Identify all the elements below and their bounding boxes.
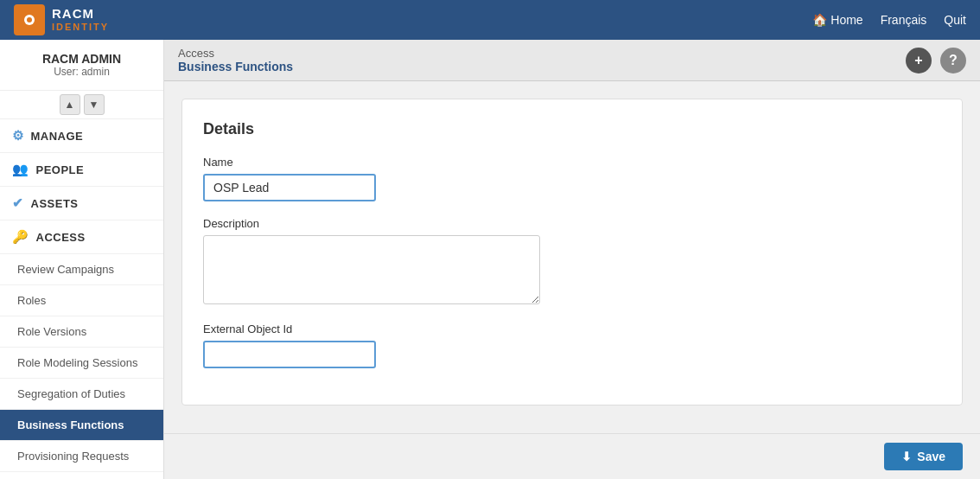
logo-title: RACM <box>52 6 109 22</box>
sidebar-item-review-campaigns[interactable]: Review Campaigns <box>0 254 163 285</box>
name-field-group: Name <box>203 156 941 201</box>
content-area: Access Business Functions + ? Details Na… <box>164 40 980 479</box>
sidebar-item-people[interactable]: 👥 PEOPLE <box>0 153 163 187</box>
save-button[interactable]: ⬇ Save <box>884 443 963 470</box>
language-link[interactable]: Français <box>881 13 927 27</box>
save-bar: ⬇ Save <box>164 433 980 479</box>
name-input[interactable] <box>203 174 376 201</box>
save-icon: ⬇ <box>901 450 912 463</box>
sidebar-item-people-label: PEOPLE <box>36 163 85 176</box>
details-card: Details Name Description External Object… <box>181 99 963 406</box>
scroll-down-button[interactable]: ▼ <box>84 94 105 115</box>
sidebar-user: RACM ADMIN User: admin <box>0 40 163 91</box>
breadcrumb: Access Business Functions <box>178 47 293 73</box>
sidebar-item-roles[interactable]: Roles <box>0 285 163 316</box>
description-textarea[interactable] <box>203 235 540 304</box>
home-icon: 🏠 <box>812 13 827 27</box>
sidebar-item-role-versions[interactable]: Role Versions <box>0 316 163 348</box>
sidebar-scroll-controls: ▲ ▼ <box>0 91 163 119</box>
sidebar-item-business-functions[interactable]: Business Functions <box>0 410 163 441</box>
navbar-links: 🏠 Home Français Quit <box>812 13 966 27</box>
external-object-id-field-group: External Object Id <box>203 323 941 368</box>
sidebar-item-assets[interactable]: ✔ ASSETS <box>0 187 163 220</box>
external-object-id-input[interactable] <box>203 341 376 368</box>
help-button[interactable]: ? <box>940 48 966 73</box>
home-link[interactable]: 🏠 Home <box>812 13 862 27</box>
sidebar-item-provisioning-requests[interactable]: Provisioning Requests <box>0 441 163 472</box>
assets-icon: ✔ <box>12 195 24 211</box>
svg-point-2 <box>27 17 32 22</box>
name-label: Name <box>203 156 941 169</box>
sidebar-item-segregation-of-duties[interactable]: Segregation of Duties <box>0 379 163 410</box>
user-role: User: admin <box>10 66 153 78</box>
quit-link[interactable]: Quit <box>944 13 966 27</box>
scroll-up-button[interactable]: ▲ <box>60 94 80 115</box>
breadcrumb-parent: Access <box>178 47 293 60</box>
logo-subtitle: IDENTITY <box>52 22 109 33</box>
breadcrumb-bar: Access Business Functions + ? <box>164 40 980 81</box>
sidebar-item-access[interactable]: 🔑 ACCESS <box>0 220 163 254</box>
user-name: RACM ADMIN <box>10 52 153 66</box>
breadcrumb-actions: + ? <box>906 48 966 73</box>
sidebar-item-manage-label: MANAGE <box>31 130 84 143</box>
description-field-group: Description <box>203 217 941 307</box>
main-body: RACM ADMIN User: admin ▲ ▼ ⚙ MANAGE 👥 PE… <box>0 40 980 479</box>
add-button[interactable]: + <box>906 48 932 73</box>
sidebar-item-manage[interactable]: ⚙ MANAGE <box>0 119 163 153</box>
details-title: Details <box>203 120 941 138</box>
navbar: RACM IDENTITY 🏠 Home Français Quit <box>0 0 980 40</box>
breadcrumb-current: Business Functions <box>178 60 293 73</box>
main-content: Details Name Description External Object… <box>164 81 980 433</box>
access-icon: 🔑 <box>12 229 29 245</box>
manage-icon: ⚙ <box>12 128 24 144</box>
sidebar-item-role-modeling-sessions[interactable]: Role Modeling Sessions <box>0 348 163 379</box>
sidebar-item-role-tracking[interactable]: Role Tracking <box>0 472 163 479</box>
description-label: Description <box>203 217 941 230</box>
external-object-id-label: External Object Id <box>203 323 941 335</box>
sidebar: RACM ADMIN User: admin ▲ ▼ ⚙ MANAGE 👥 PE… <box>0 40 164 479</box>
logo-icon <box>14 4 45 35</box>
people-icon: 👥 <box>12 162 29 177</box>
logo-text: RACM IDENTITY <box>52 6 109 33</box>
sidebar-item-access-label: ACCESS <box>36 231 86 244</box>
logo: RACM IDENTITY <box>14 4 109 35</box>
sidebar-item-assets-label: ASSETS <box>31 197 79 210</box>
